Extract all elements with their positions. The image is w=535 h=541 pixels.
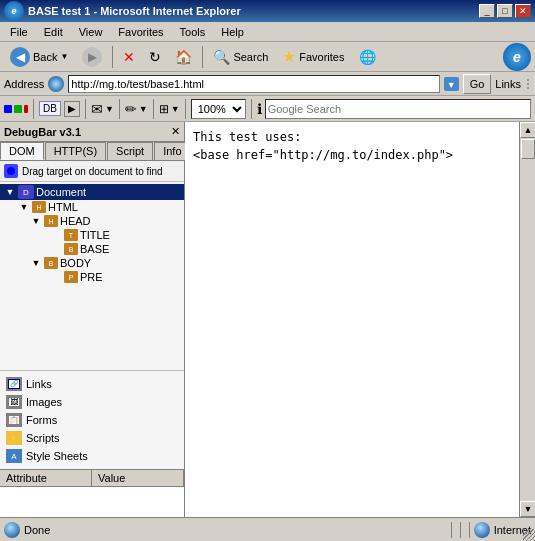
node-label-head: HEAD xyxy=(60,215,91,227)
expand-document[interactable]: ▼ xyxy=(4,186,16,198)
drag-target-area[interactable]: Drag target on document to find xyxy=(0,161,184,182)
tree-node-pre[interactable]: ▷ P PRE xyxy=(0,270,184,284)
address-dropdown-icon[interactable]: ▼ xyxy=(444,77,459,91)
green-dot xyxy=(14,105,22,113)
images-link[interactable]: 🖼 Images xyxy=(6,393,178,411)
scroll-up-button[interactable]: ▲ xyxy=(520,122,535,138)
menu-file[interactable]: File xyxy=(4,25,34,39)
scripts-link[interactable]: ⚡ Scripts xyxy=(6,429,178,447)
toolbar-separator-1 xyxy=(112,46,113,68)
tree-node-document[interactable]: ▼ D Document xyxy=(0,184,184,200)
tab-dom[interactable]: DOM xyxy=(0,142,44,160)
tab-http[interactable]: HTTP(S) xyxy=(45,142,106,160)
address-bar: Address ▼ Go Links xyxy=(0,72,535,96)
pre-node-icon: P xyxy=(64,271,78,283)
zoom-select[interactable]: 100% xyxy=(191,99,246,119)
search-button[interactable]: 🔍 Search xyxy=(207,45,274,69)
base-node-icon: B xyxy=(64,243,78,255)
address-arrow-icon: ▼ xyxy=(447,80,456,90)
tree-node-html[interactable]: ▼ H HTML xyxy=(0,200,184,214)
mail-area: ✉ ▼ xyxy=(91,101,114,117)
scroll-track[interactable] xyxy=(520,138,535,501)
scripts-link-label: Scripts xyxy=(26,432,60,444)
tree-node-body[interactable]: ▼ B BODY xyxy=(0,256,184,270)
stop-button[interactable]: ✕ xyxy=(117,45,141,69)
vertical-scrollbar[interactable]: ▲ ▼ xyxy=(519,122,535,517)
tab-script[interactable]: Script xyxy=(107,142,153,160)
search-icon: 🔍 xyxy=(213,49,230,65)
window-controls: _ □ ✕ xyxy=(479,4,531,18)
mail-icon[interactable]: ✉ xyxy=(91,101,103,117)
node-label-html: HTML xyxy=(48,201,78,213)
debugbar-title: DebugBar v3.1 xyxy=(4,126,81,138)
html-node-icon: H xyxy=(32,201,46,213)
title-node-icon: T xyxy=(64,229,78,241)
home-icon: 🏠 xyxy=(175,49,192,65)
forms-link[interactable]: 📋 Forms xyxy=(6,411,178,429)
links-label[interactable]: Links xyxy=(495,78,521,90)
refresh-button[interactable]: ↻ xyxy=(143,45,167,69)
toolbar-separator-2 xyxy=(202,46,203,68)
status-divider-1 xyxy=(451,522,452,538)
tree-node-base[interactable]: ▷ B BASE xyxy=(0,242,184,256)
maximize-button[interactable]: □ xyxy=(497,4,513,18)
google-search-input[interactable] xyxy=(265,99,531,119)
content-pane: This test uses: <base href="http://mg.to… xyxy=(185,122,519,517)
debugbar-btn-2[interactable]: ▶ xyxy=(64,101,80,117)
attributes-body xyxy=(0,487,184,517)
red-dot xyxy=(24,105,28,113)
menu-help[interactable]: Help xyxy=(215,25,250,39)
separator-1 xyxy=(33,99,34,119)
debugbar-icon[interactable]: DB xyxy=(39,101,61,116)
home-button[interactable]: 🏠 xyxy=(169,45,198,69)
minimize-button[interactable]: _ xyxy=(479,4,495,18)
expand-head[interactable]: ▼ xyxy=(30,215,42,227)
address-input[interactable] xyxy=(68,75,439,93)
stylesheets-link-icon: A xyxy=(6,449,22,463)
tree-node-head[interactable]: ▼ H HEAD xyxy=(0,214,184,228)
screen-icon[interactable]: ⊞ xyxy=(159,102,169,116)
menu-edit[interactable]: Edit xyxy=(38,25,69,39)
menu-tools[interactable]: Tools xyxy=(174,25,212,39)
tree-node-title[interactable]: ▷ T TITLE xyxy=(0,228,184,242)
media-icon: 🌐 xyxy=(359,49,376,65)
favorites-label: Favorites xyxy=(299,51,344,63)
back-arrow-icon: ◀ xyxy=(10,47,30,67)
app-icon: e xyxy=(4,1,24,21)
ie-brand-icon: e xyxy=(503,43,531,71)
scroll-thumb[interactable] xyxy=(521,139,535,159)
menu-view[interactable]: View xyxy=(73,25,109,39)
back-button[interactable]: ◀ Back ▼ xyxy=(4,45,74,69)
pen-icon[interactable]: ✏ xyxy=(125,101,137,117)
go-button[interactable]: Go xyxy=(463,74,492,94)
forward-button[interactable]: ▶ xyxy=(76,45,108,69)
stylesheets-link-label: Style Sheets xyxy=(26,450,88,462)
scroll-down-button[interactable]: ▼ xyxy=(520,501,535,517)
screen-area: ⊞ ▼ xyxy=(159,102,180,116)
expand-html[interactable]: ▼ xyxy=(18,201,30,213)
pen-dropdown[interactable]: ▼ xyxy=(139,104,148,114)
status-divider-2 xyxy=(460,522,461,538)
address-label: Address xyxy=(4,78,44,90)
menu-favorites[interactable]: Favorites xyxy=(112,25,169,39)
images-link-icon: 🖼 xyxy=(6,395,22,409)
favorites-button[interactable]: ★ Favorites xyxy=(276,45,350,69)
expand-body[interactable]: ▼ xyxy=(30,257,42,269)
menu-bar: File Edit View Favorites Tools Help xyxy=(0,22,535,42)
debugbar-close-button[interactable]: ✕ xyxy=(171,125,180,138)
back-dropdown-icon: ▼ xyxy=(60,52,68,61)
content-line-2: <base href="http://mg.to/index.php"> xyxy=(193,148,511,162)
screen-dropdown[interactable]: ▼ xyxy=(171,104,180,114)
back-label: Back xyxy=(33,51,57,63)
refresh-icon: ↻ xyxy=(149,49,161,65)
info-icon[interactable]: ℹ xyxy=(257,101,262,117)
resize-grip[interactable] xyxy=(523,529,535,541)
stylesheets-link[interactable]: A Style Sheets xyxy=(6,447,178,465)
links-link[interactable]: 🔗 Links xyxy=(6,375,178,393)
debugbar-panel: DebugBar v3.1 ✕ DOM HTTP(S) Script Info … xyxy=(0,122,185,517)
debugbar-tabs: DOM HTTP(S) Script Info xyxy=(0,142,184,161)
media-button[interactable]: 🌐 xyxy=(353,45,382,69)
separator-2 xyxy=(85,99,86,119)
close-button[interactable]: ✕ xyxy=(515,4,531,18)
mail-dropdown[interactable]: ▼ xyxy=(105,104,114,114)
